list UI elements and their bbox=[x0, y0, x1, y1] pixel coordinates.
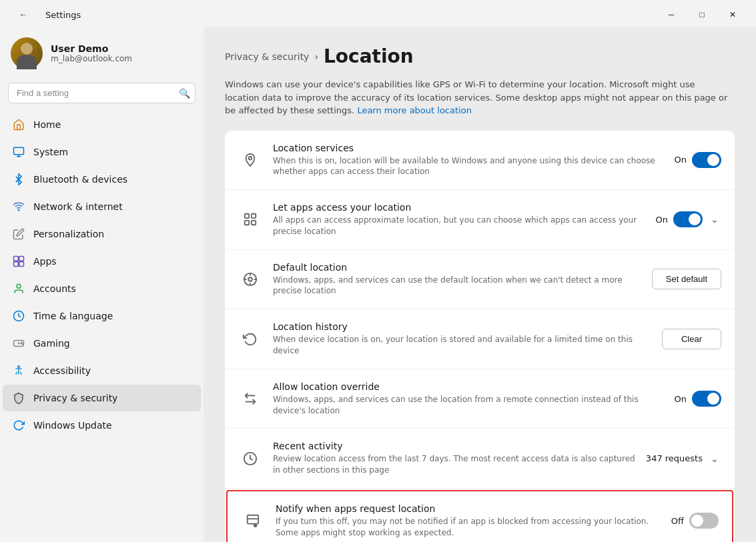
breadcrumb: Privacy & security bbox=[225, 51, 309, 62]
user-profile[interactable]: User Demo m_lab@outlook.com bbox=[0, 27, 204, 80]
search-input[interactable] bbox=[8, 83, 196, 103]
location-services-toggle-label: On bbox=[675, 155, 687, 165]
sidebar-item-privacy[interactable]: Privacy & security bbox=[3, 385, 201, 411]
setting-row-let-apps-access: Let apps access your locationAll apps ca… bbox=[225, 190, 735, 250]
sidebar-item-label-apps: Apps bbox=[33, 256, 57, 267]
sidebar-item-network[interactable]: Network & internet bbox=[3, 193, 201, 220]
maximize-button[interactable]: □ bbox=[687, 4, 717, 25]
allow-override-title: Allow location override bbox=[273, 381, 664, 392]
recent-activity-requests-label: 347 requests bbox=[646, 453, 703, 463]
recent-activity-info: Recent activityReview location access fr… bbox=[273, 441, 635, 476]
minimize-button[interactable]: ─ bbox=[656, 4, 687, 25]
location-history-title: Location history bbox=[273, 321, 651, 332]
network-icon bbox=[12, 200, 25, 213]
sidebar-item-personalization[interactable]: Personalization bbox=[3, 221, 201, 247]
sidebar-item-update[interactable]: Windows Update bbox=[3, 412, 201, 439]
sidebar-item-bluetooth[interactable]: Bluetooth & devices bbox=[3, 166, 201, 193]
gaming-icon bbox=[12, 337, 25, 350]
sidebar-item-label-accounts: Accounts bbox=[33, 283, 76, 294]
user-name: User Demo bbox=[51, 43, 132, 54]
recent-activity-desc: Review location access from the last 7 d… bbox=[273, 453, 635, 476]
sidebar-item-gaming[interactable]: Gaming bbox=[3, 330, 201, 357]
svg-rect-6 bbox=[14, 262, 19, 267]
title-bar: ← Settings ─ □ ✕ bbox=[0, 0, 756, 27]
svg-rect-7 bbox=[19, 262, 24, 267]
default-location-icon bbox=[238, 267, 262, 291]
setting-row-location-services: Location servicesWhen this is on, locati… bbox=[225, 131, 735, 191]
location-services-title: Location services bbox=[273, 143, 664, 153]
notify-apps-icon bbox=[241, 509, 265, 533]
notify-apps-toggle[interactable] bbox=[689, 513, 719, 529]
let-apps-access-toggle[interactable] bbox=[673, 211, 703, 227]
default-location-title: Default location bbox=[273, 262, 641, 273]
sidebar-item-label-system: System bbox=[33, 147, 68, 157]
sidebar-item-accounts[interactable]: Accounts bbox=[3, 275, 201, 302]
user-email: m_lab@outlook.com bbox=[51, 54, 132, 63]
nav-list: HomeSystemBluetooth & devicesNetwork & i… bbox=[0, 111, 204, 439]
sidebar-item-label-bluetooth: Bluetooth & devices bbox=[33, 174, 127, 185]
recent-activity-control: 347 requests⌄ bbox=[646, 451, 721, 467]
sidebar-item-label-time: Time & language bbox=[33, 311, 113, 321]
personalization-icon bbox=[12, 227, 25, 241]
back-button[interactable]: ← bbox=[8, 4, 39, 25]
recent-activity-expand-btn[interactable]: ⌄ bbox=[708, 451, 721, 467]
app-title: Settings bbox=[45, 10, 81, 20]
svg-point-15 bbox=[18, 366, 20, 368]
notify-apps-toggle-label: Off bbox=[671, 516, 684, 526]
recent-activity-icon bbox=[238, 447, 262, 471]
sidebar-item-apps[interactable]: Apps bbox=[3, 248, 201, 275]
location-history-control: Clear bbox=[662, 329, 721, 349]
sidebar-item-label-gaming: Gaming bbox=[33, 338, 70, 349]
svg-rect-5 bbox=[19, 257, 24, 261]
setting-row-recent-activity: Recent activityReview location access fr… bbox=[225, 429, 735, 489]
sidebar-item-home[interactable]: Home bbox=[3, 111, 201, 138]
accounts-icon bbox=[12, 282, 25, 295]
default-location-button[interactable]: Set default bbox=[652, 269, 721, 289]
svg-point-28 bbox=[254, 525, 257, 527]
accessibility-icon bbox=[12, 364, 25, 377]
user-info: User Demo m_lab@outlook.com bbox=[51, 43, 132, 63]
sidebar-item-label-privacy: Privacy & security bbox=[33, 393, 117, 403]
search-box: 🔍 bbox=[8, 83, 196, 103]
learn-more-link[interactable]: Learn more about location bbox=[357, 105, 472, 115]
breadcrumb-separator: › bbox=[314, 51, 318, 62]
location-history-info: Location historyWhen device location is … bbox=[273, 321, 651, 357]
sidebar-item-label-accessibility: Accessibility bbox=[33, 365, 91, 376]
bluetooth-icon bbox=[12, 173, 25, 186]
setting-row-allow-override: Allow location overrideWindows, apps, an… bbox=[225, 369, 735, 429]
notify-apps-desc: If you turn this off, you may not be not… bbox=[276, 516, 661, 539]
sidebar-item-system[interactable]: System bbox=[3, 139, 201, 165]
search-icon[interactable]: 🔍 bbox=[179, 88, 190, 99]
app-body: User Demo m_lab@outlook.com 🔍 HomeSystem… bbox=[0, 27, 756, 542]
sidebar-item-label-network: Network & internet bbox=[33, 201, 123, 212]
page-header: Privacy & security › Location bbox=[225, 45, 735, 67]
notify-apps-control: Off bbox=[671, 513, 719, 529]
page-description: Windows can use your device's capabiliti… bbox=[225, 78, 732, 117]
sidebar: User Demo m_lab@outlook.com 🔍 HomeSystem… bbox=[0, 27, 204, 542]
setting-row-default-location: Default locationWindows, apps, and servi… bbox=[225, 250, 735, 310]
apps-icon bbox=[12, 255, 25, 268]
let-apps-access-icon bbox=[238, 207, 262, 231]
svg-rect-4 bbox=[14, 257, 19, 261]
main-content: Privacy & security › Location Windows ca… bbox=[204, 27, 756, 542]
allow-override-toggle-label: On bbox=[675, 394, 687, 404]
setting-row-location-history: Location historyWhen device location is … bbox=[225, 309, 735, 369]
sidebar-item-label-update: Windows Update bbox=[33, 420, 112, 431]
let-apps-access-expand-btn[interactable]: ⌄ bbox=[708, 211, 721, 227]
allow-override-control: On bbox=[675, 391, 721, 407]
avatar bbox=[11, 37, 43, 69]
let-apps-access-info: Let apps access your locationAll apps ca… bbox=[273, 202, 645, 237]
svg-point-8 bbox=[17, 284, 21, 288]
sidebar-item-accessibility[interactable]: Accessibility bbox=[3, 357, 201, 384]
svg-rect-17 bbox=[245, 214, 249, 218]
svg-rect-20 bbox=[252, 221, 256, 225]
sidebar-item-time[interactable]: Time & language bbox=[3, 303, 201, 329]
let-apps-access-desc: All apps can access approximate location… bbox=[273, 215, 645, 237]
allow-override-toggle[interactable] bbox=[692, 391, 721, 407]
default-location-control: Set default bbox=[652, 269, 721, 289]
close-button[interactable]: ✕ bbox=[717, 4, 748, 25]
location-history-button[interactable]: Clear bbox=[662, 329, 721, 349]
location-services-toggle[interactable] bbox=[692, 152, 721, 168]
update-icon bbox=[12, 419, 25, 432]
svg-rect-19 bbox=[245, 221, 249, 225]
